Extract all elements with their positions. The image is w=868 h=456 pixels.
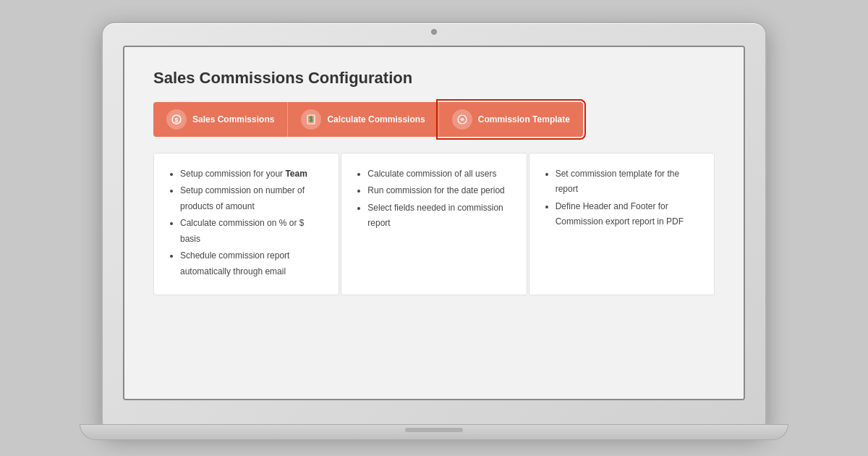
list-item: Define Header and Footer for Commission … [556, 199, 699, 230]
camera-icon [431, 29, 437, 35]
list-item: Set commission template for the report [556, 166, 699, 198]
list-item: Calculate commission of all users [367, 166, 511, 182]
svg-text:$: $ [174, 117, 178, 124]
page-title: Sales Commissions Configuration [153, 69, 715, 88]
list-item: Setup commission on number of products o… [180, 183, 324, 214]
calculate-commissions-icon: 💲 [301, 109, 321, 130]
tab-calculate-commissions-label: Calculate Commissions [327, 114, 425, 124]
tab-sales-commissions[interactable]: $ Sales Commissions [153, 102, 288, 137]
tab-calculate-commissions[interactable]: 💲 Calculate Commissions [288, 102, 438, 137]
laptop-body: Sales Commissions Configuration $ Sales … [101, 22, 767, 434]
laptop-base [80, 424, 788, 440]
panel-commission-template: Set commission template for the report D… [529, 153, 715, 295]
list-item: Calculate commission on % or $ basis [180, 216, 324, 247]
panel-calculate-commissions: Calculate commission of all users Run co… [341, 153, 527, 295]
tab-commission-template[interactable]: Commission Template [439, 102, 583, 137]
panel-1-list: Setup commission for your Team Setup com… [169, 166, 324, 280]
panel-sales-commissions: Setup commission for your Team Setup com… [153, 153, 339, 295]
svg-text:💲: 💲 [307, 115, 315, 122]
sales-commissions-icon: $ [166, 109, 187, 130]
content-panels: Setup commission for your Team Setup com… [153, 153, 715, 295]
list-item: Select fields needed in commission repor… [367, 200, 511, 232]
tab-commission-template-label: Commission Template [478, 114, 570, 124]
screen: Sales Commissions Configuration $ Sales … [123, 46, 745, 400]
screen-content: Sales Commissions Configuration $ Sales … [124, 47, 744, 399]
panel-3-list: Set commission template for the report D… [544, 166, 699, 230]
tab-sales-commissions-label: Sales Commissions [192, 114, 274, 124]
tabs-row: $ Sales Commissions 💲 Calculate Com [153, 102, 715, 137]
list-item: Schedule commission report automatically… [180, 248, 324, 279]
list-item: Run commission for the date period [367, 183, 511, 199]
laptop-wrapper: Sales Commissions Configuration $ Sales … [80, 7, 788, 449]
list-item: Setup commission for your Team [180, 166, 324, 182]
commission-template-icon [452, 109, 472, 130]
panel-2-list: Calculate commission of all users Run co… [356, 166, 511, 232]
